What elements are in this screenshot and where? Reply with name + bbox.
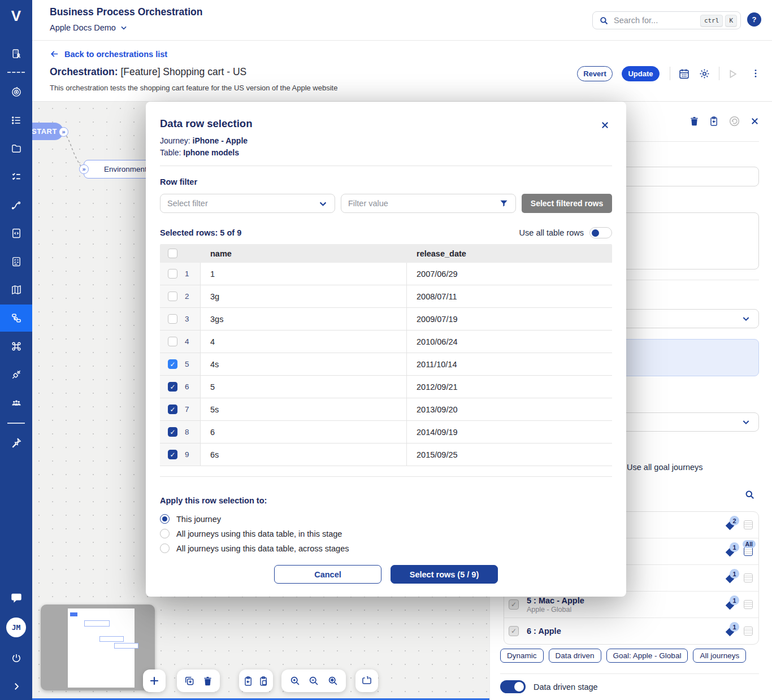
- row-checkbox[interactable]: ✓: [168, 427, 177, 437]
- zoom-reset-icon[interactable]: [327, 675, 339, 686]
- update-button[interactable]: Update: [622, 66, 660, 81]
- table-row[interactable]: 442010/06/24: [160, 331, 612, 353]
- journey-checkbox[interactable]: ✓: [509, 599, 519, 610]
- app-logo-icon[interactable]: V: [0, 0, 32, 32]
- data-table-icon[interactable]: [744, 520, 753, 529]
- data-table-icon[interactable]: All: [744, 547, 753, 556]
- arrow-left-icon: [50, 49, 59, 59]
- stage-chip[interactable]: All journeys: [693, 649, 746, 663]
- use-all-table-rows-toggle[interactable]: [589, 227, 612, 238]
- cell-name: 1: [201, 263, 407, 285]
- sidebar-item-maps[interactable]: [0, 277, 32, 303]
- sidebar-item-expand[interactable]: [0, 673, 32, 699]
- sidebar-item-orchestrations[interactable]: [0, 305, 32, 332]
- zoom-out-icon[interactable]: [308, 675, 319, 686]
- sidebar-item-integrations[interactable]: [0, 362, 32, 388]
- duplicate-icon[interactable]: [184, 675, 195, 686]
- select-all-checkbox[interactable]: [168, 249, 177, 258]
- workspace-selector[interactable]: Apple Docs Demo: [50, 23, 128, 32]
- stage-chip[interactable]: Goal: Apple - Global: [606, 649, 688, 663]
- cell-name: 3g: [201, 285, 407, 307]
- table-row[interactable]: ✓862014/09/19: [160, 421, 612, 444]
- settings-gear-icon[interactable]: [699, 68, 710, 80]
- sidebar-item-tasks[interactable]: [0, 164, 32, 190]
- select-rows-button[interactable]: Select rows (5 / 9): [391, 565, 498, 584]
- stage-chips: DynamicData drivenGoal: Apple - GlobalAl…: [500, 649, 746, 663]
- copy-stage-clipboard-icon[interactable]: [709, 116, 719, 127]
- filter-value-input[interactable]: [348, 199, 499, 208]
- radio-option[interactable]: All journeys using this data table, in t…: [160, 529, 349, 538]
- row-checkbox[interactable]: ✓: [168, 359, 177, 369]
- close-panel-icon[interactable]: [749, 116, 760, 127]
- modal-title: Data row selection: [160, 118, 252, 130]
- selected-rows-count: Selected rows: 5 of 9: [160, 228, 241, 237]
- delete-stage-trash-icon[interactable]: [689, 116, 700, 127]
- table-row[interactable]: 112007/06/29: [160, 263, 612, 285]
- table-row[interactable]: 33gs2009/07/19: [160, 308, 612, 331]
- undo-icon[interactable]: [728, 115, 740, 127]
- table-row[interactable]: 23g2008/07/11: [160, 285, 612, 308]
- data-table-icon[interactable]: [744, 573, 753, 582]
- table-row[interactable]: ✓54s2011/10/14: [160, 353, 612, 376]
- revert-button[interactable]: Revert: [577, 66, 613, 81]
- radio-option[interactable]: All journeys using this data table, acro…: [160, 544, 349, 553]
- sidebar-item-shortcuts[interactable]: [0, 333, 32, 359]
- sidebar-item-goals[interactable]: [0, 79, 32, 105]
- environment-node-expand-icon[interactable]: »: [79, 164, 89, 174]
- stage-chip[interactable]: Dynamic: [500, 649, 544, 663]
- sidebar-item-journeys[interactable]: [0, 192, 32, 218]
- schedule-calendar-icon[interactable]: [678, 68, 690, 80]
- journey-row[interactable]: ✓6 : Apple1: [504, 618, 758, 645]
- run-play-icon[interactable]: [726, 68, 739, 80]
- row-checkbox[interactable]: ✓: [168, 382, 177, 392]
- plus-icon[interactable]: [148, 675, 161, 687]
- back-to-orchestrations-link[interactable]: Back to orchestrations list: [50, 49, 167, 59]
- data-table-icon[interactable]: [744, 627, 753, 636]
- sidebar-item-folders[interactable]: [0, 136, 32, 162]
- fit-view-icon[interactable]: [361, 675, 372, 686]
- stage-chip[interactable]: Data driven: [549, 649, 601, 663]
- radio-option[interactable]: This journey: [160, 514, 349, 524]
- filter-value-field[interactable]: [341, 194, 516, 213]
- row-checkbox[interactable]: ✓: [168, 405, 177, 414]
- modal-close-icon[interactable]: [600, 120, 610, 131]
- search-input[interactable]: [614, 16, 698, 25]
- data-table-icon[interactable]: [744, 600, 753, 609]
- row-checkbox[interactable]: ✓: [168, 450, 177, 459]
- help-button[interactable]: ?: [747, 12, 761, 27]
- table-meta: Table: Iphone models: [160, 148, 239, 157]
- radio-icon[interactable]: [160, 529, 170, 538]
- sidebar-item-forms[interactable]: [0, 249, 32, 275]
- journey-search-icon[interactable]: [744, 489, 755, 500]
- more-options-kebab-icon[interactable]: [750, 68, 761, 79]
- minimap[interactable]: [41, 605, 155, 690]
- cancel-button[interactable]: Cancel: [274, 565, 381, 584]
- sidebar-item-code-snippets[interactable]: [0, 220, 32, 246]
- data-driven-stage-toggle[interactable]: [500, 680, 526, 693]
- journey-checkbox[interactable]: ✓: [509, 626, 519, 636]
- sidebar-item-chat[interactable]: [0, 585, 32, 611]
- avatar[interactable]: JM: [6, 618, 26, 637]
- row-checkbox[interactable]: [168, 292, 177, 301]
- row-checkbox[interactable]: [168, 269, 177, 279]
- sidebar-item-lists[interactable]: [0, 107, 32, 133]
- sidebar-item-teams[interactable]: [0, 390, 32, 416]
- row-checkbox[interactable]: [168, 314, 177, 324]
- table-row[interactable]: ✓652012/09/21: [160, 376, 612, 398]
- sidebar-item-company[interactable]: [0, 41, 32, 67]
- radio-icon[interactable]: [160, 514, 170, 524]
- start-node-expand-icon[interactable]: »: [59, 127, 68, 137]
- filter-select[interactable]: Select filter: [160, 194, 335, 213]
- zoom-in-icon[interactable]: [289, 675, 301, 686]
- row-checkbox[interactable]: [168, 337, 177, 346]
- select-filtered-rows-button[interactable]: Select filtered rows: [522, 194, 612, 213]
- table-row[interactable]: ✓75s2013/09/20: [160, 398, 612, 421]
- global-search[interactable]: ctrl K: [592, 11, 741, 29]
- sidebar-item-logout[interactable]: [0, 645, 32, 671]
- paste-clipboard-icon[interactable]: [258, 676, 269, 686]
- delete-trash-icon[interactable]: [202, 676, 213, 686]
- copy-clipboard-icon[interactable]: [243, 676, 254, 686]
- sidebar-item-pins[interactable]: [0, 429, 32, 455]
- radio-icon[interactable]: [160, 544, 170, 553]
- table-row[interactable]: ✓96s2015/09/25: [160, 444, 612, 466]
